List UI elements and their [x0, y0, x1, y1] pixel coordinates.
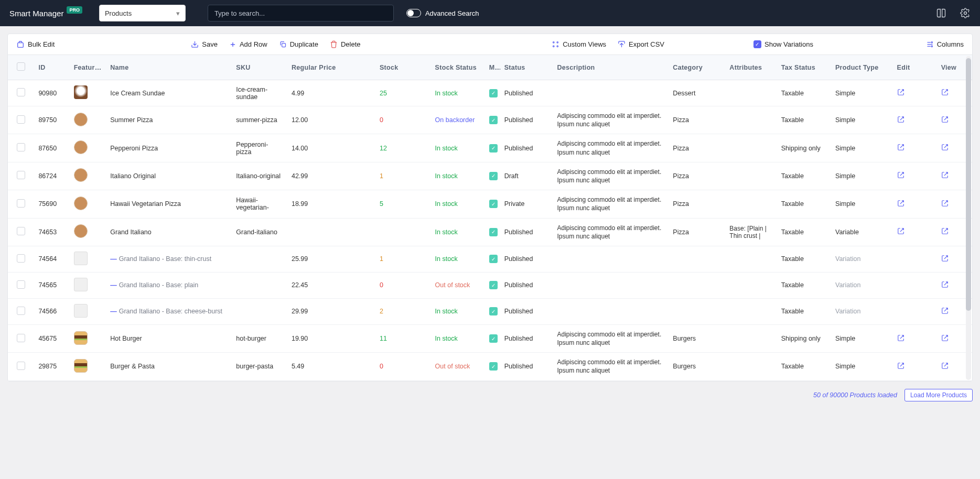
cell-name[interactable]: Pepperoni Pizza: [106, 134, 232, 162]
row-checkbox[interactable]: [17, 280, 25, 289]
settings-icon[interactable]: [960, 8, 971, 18]
cell-attributes: [725, 246, 777, 272]
column-header[interactable]: ID: [34, 55, 69, 80]
cell-edit[interactable]: [893, 106, 937, 134]
cell-tax: Shipping only: [777, 324, 831, 352]
cell-attributes: [725, 353, 777, 380]
load-more-button[interactable]: Load More Products: [904, 389, 973, 401]
external-link-icon[interactable]: [941, 145, 949, 153]
scrollbar-thumb[interactable]: [966, 58, 971, 311]
cell-edit[interactable]: [893, 218, 937, 246]
column-header[interactable]: SKU: [232, 55, 287, 80]
cell-name[interactable]: Italiano Original: [106, 162, 232, 190]
external-link-icon[interactable]: [941, 364, 949, 371]
entity-selector[interactable]: Products ▾: [99, 5, 186, 21]
column-header[interactable]: Status: [500, 55, 553, 80]
column-header[interactable]: Stock: [375, 55, 431, 80]
add-row-button[interactable]: Add Row: [229, 40, 267, 48]
column-header[interactable]: Description: [553, 55, 669, 80]
external-link-icon[interactable]: [941, 282, 949, 290]
cell-stock-status: Out of stock: [431, 353, 485, 380]
cell-id: 74564: [34, 246, 69, 272]
cell-status: Published: [500, 353, 553, 380]
cell-edit[interactable]: [893, 353, 937, 380]
external-link-icon[interactable]: [897, 201, 904, 209]
cell-featured: [70, 353, 106, 380]
external-link-icon[interactable]: [897, 229, 904, 236]
row-checkbox[interactable]: [17, 307, 25, 315]
cell-name[interactable]: —Grand Italiano - Base: cheese-burst: [106, 298, 232, 324]
column-header[interactable]: Regular Price: [287, 55, 375, 80]
cell-featured: [70, 218, 106, 246]
cell-edit[interactable]: [893, 324, 937, 352]
row-checkbox[interactable]: [17, 362, 25, 370]
select-all-checkbox[interactable]: [17, 62, 25, 71]
column-header[interactable]: Tax Status: [777, 55, 831, 80]
cell-description: Adipiscing commodo elit at imperdiet. Ip…: [553, 106, 669, 134]
search-input[interactable]: [208, 5, 394, 21]
row-checkbox[interactable]: [17, 334, 25, 342]
advanced-search-toggle[interactable]: Advanced Search: [406, 9, 479, 17]
docs-icon[interactable]: [936, 8, 946, 18]
column-header[interactable]: Edit: [893, 55, 937, 80]
cell-edit[interactable]: [893, 134, 937, 162]
custom-views-label: Custom Views: [563, 40, 606, 48]
columns-button[interactable]: Columns: [926, 40, 964, 48]
cell-name[interactable]: Grand Italiano: [106, 218, 232, 246]
cell-featured: [70, 134, 106, 162]
column-header[interactable]: Ma: [485, 55, 500, 80]
cell-name[interactable]: —Grand Italiano - Base: plain: [106, 272, 232, 298]
column-header[interactable]: Category: [669, 55, 725, 80]
external-link-icon[interactable]: [897, 90, 904, 97]
cell-name[interactable]: Ice Cream Sundae: [106, 80, 232, 106]
row-checkbox[interactable]: [17, 143, 25, 151]
show-variations-toggle[interactable]: ✓ Show Variations: [753, 40, 813, 48]
external-link-icon[interactable]: [897, 336, 904, 343]
cell-edit[interactable]: [893, 80, 937, 106]
cell-edit[interactable]: [893, 190, 937, 218]
cell-featured: [70, 106, 106, 134]
delete-button[interactable]: Delete: [330, 40, 361, 48]
column-header[interactable]: [8, 55, 34, 80]
column-header[interactable]: Stock Status: [431, 55, 485, 80]
column-header[interactable]: Attributes: [725, 55, 777, 80]
external-link-icon[interactable]: [941, 201, 949, 209]
column-header[interactable]: Featured: [70, 55, 106, 80]
cell-sku: hot-burger: [232, 324, 287, 352]
row-checkbox[interactable]: [17, 227, 25, 235]
cell-edit[interactable]: [893, 162, 937, 190]
cell-name[interactable]: Hot Burger: [106, 324, 232, 352]
external-link-icon[interactable]: [941, 256, 949, 264]
external-link-icon[interactable]: [897, 117, 904, 125]
cell-name[interactable]: —Grand Italiano - Base: thin-crust: [106, 246, 232, 272]
duplicate-button[interactable]: Duplicate: [279, 40, 318, 48]
external-link-icon[interactable]: [897, 145, 904, 153]
cell-name[interactable]: Summer Pizza: [106, 106, 232, 134]
external-link-icon[interactable]: [941, 336, 949, 343]
column-header[interactable]: Product Type: [831, 55, 893, 80]
row-checkbox[interactable]: [17, 88, 25, 96]
row-checkbox[interactable]: [17, 171, 25, 179]
cell-category: Pizza: [669, 218, 725, 246]
column-header[interactable]: Name: [106, 55, 232, 80]
cell-tax: Shipping only: [777, 134, 831, 162]
export-csv-button[interactable]: Export CSV: [618, 40, 664, 48]
cell-tax: Taxable: [777, 218, 831, 246]
scrollbar[interactable]: [966, 56, 971, 380]
save-button[interactable]: Save: [191, 40, 218, 48]
external-link-icon[interactable]: [941, 309, 949, 316]
external-link-icon[interactable]: [941, 117, 949, 125]
custom-views-button[interactable]: Custom Views: [552, 40, 606, 48]
external-link-icon[interactable]: [941, 229, 949, 236]
cell-name[interactable]: Burger & Pasta: [106, 353, 232, 380]
external-link-icon[interactable]: [897, 173, 904, 180]
row-checkbox[interactable]: [17, 115, 25, 124]
cell-name[interactable]: Hawaii Vegetarian Pizza: [106, 190, 232, 218]
external-link-icon[interactable]: [941, 90, 949, 97]
bulk-edit-button[interactable]: Bulk Edit: [16, 40, 55, 49]
row-checkbox[interactable]: [17, 254, 25, 263]
external-link-icon[interactable]: [897, 364, 904, 371]
row-checkbox[interactable]: [17, 199, 25, 208]
cell-status: Published: [500, 80, 553, 106]
external-link-icon[interactable]: [941, 173, 949, 180]
